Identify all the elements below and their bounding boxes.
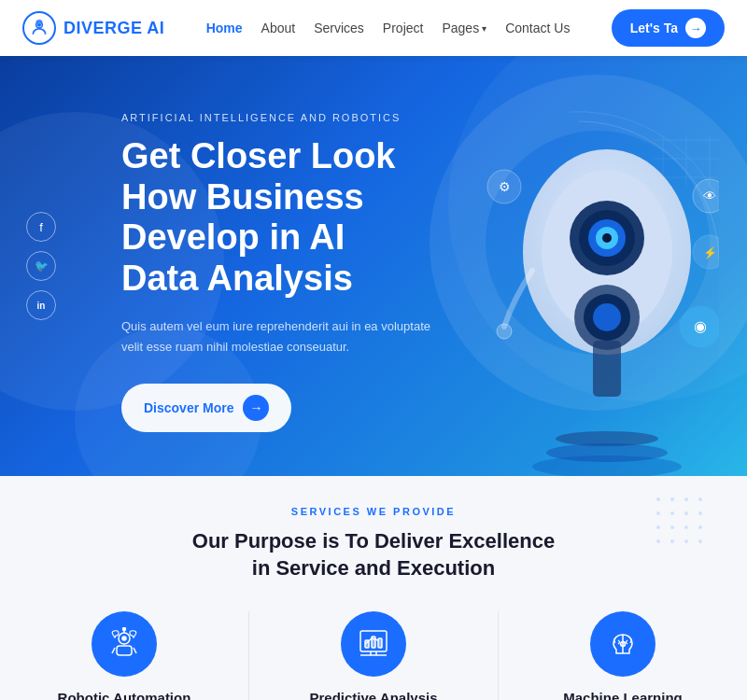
logo[interactable]: DIVERGE AI bbox=[22, 11, 164, 45]
machine-learning-icon bbox=[590, 611, 655, 677]
svg-point-36 bbox=[656, 511, 660, 515]
svg-point-37 bbox=[670, 511, 674, 515]
svg-point-42 bbox=[684, 525, 688, 529]
services-label: SERVICES WE PROVIDE bbox=[291, 506, 456, 517]
nav-link-project[interactable]: Project bbox=[383, 21, 424, 35]
svg-point-44 bbox=[656, 539, 660, 543]
service-name-predictive: Predictive Analysis bbox=[309, 690, 437, 700]
nav-link-services[interactable]: Services bbox=[314, 21, 364, 35]
nav-link-home[interactable]: Home bbox=[206, 21, 243, 35]
svg-point-40 bbox=[656, 525, 660, 529]
svg-point-39 bbox=[698, 511, 702, 515]
svg-text:◉: ◉ bbox=[694, 318, 707, 334]
svg-line-50 bbox=[112, 648, 115, 653]
svg-point-25 bbox=[546, 443, 668, 462]
service-name-robotic: Robotic Automation bbox=[58, 690, 191, 700]
nav-link-about[interactable]: About bbox=[261, 21, 296, 35]
hero-section: f 🐦 in ARTIFICIAL INTELLIGENCE AND ROBOT… bbox=[0, 56, 747, 476]
svg-point-52 bbox=[122, 637, 126, 640]
svg-point-46 bbox=[684, 539, 688, 543]
service-card-ml: Machine Learning bbox=[499, 611, 747, 700]
twitter-icon[interactable]: 🐦 bbox=[26, 251, 56, 281]
svg-rect-49 bbox=[117, 646, 132, 655]
svg-text:⚙: ⚙ bbox=[499, 179, 511, 194]
facebook-icon[interactable]: f bbox=[26, 212, 56, 242]
logo-icon bbox=[22, 11, 56, 45]
svg-point-35 bbox=[698, 497, 702, 501]
button-arrow-icon: → bbox=[243, 395, 269, 421]
svg-point-12 bbox=[593, 303, 621, 331]
service-card-robotic: Robotic Automation bbox=[0, 611, 249, 700]
cta-button[interactable]: Let's Ta → bbox=[612, 9, 725, 47]
svg-text:⚡: ⚡ bbox=[703, 245, 717, 259]
svg-point-43 bbox=[698, 525, 702, 529]
linkedin-icon[interactable]: in bbox=[26, 290, 56, 320]
svg-point-47 bbox=[698, 539, 702, 543]
svg-point-41 bbox=[670, 525, 674, 529]
services-cards: Robotic Automation Predictive Analys bbox=[0, 611, 747, 700]
service-name-ml: Machine Learning bbox=[563, 690, 683, 700]
robot-illustration: ⚙ 👁 ◉ ⚡ bbox=[392, 65, 719, 476]
svg-point-33 bbox=[670, 497, 674, 501]
logo-text: DIVERGE AI bbox=[63, 19, 164, 38]
cta-arrow-icon: → bbox=[685, 18, 706, 38]
svg-line-51 bbox=[134, 648, 136, 653]
navbar: DIVERGE AI Home About Services Project P… bbox=[0, 0, 747, 56]
svg-point-9 bbox=[602, 233, 612, 243]
svg-point-22 bbox=[497, 324, 512, 339]
nav-link-pages[interactable]: Pages ▾ bbox=[442, 21, 486, 35]
discover-more-button[interactable]: Discover More → bbox=[121, 384, 291, 432]
dropdown-arrow-icon: ▾ bbox=[482, 23, 486, 34]
robotic-automation-icon bbox=[92, 611, 157, 677]
svg-point-45 bbox=[670, 539, 674, 543]
svg-point-1 bbox=[38, 23, 41, 26]
svg-text:👁: 👁 bbox=[703, 189, 716, 203]
services-title: Our Purpose is To Deliver Excellencein S… bbox=[192, 528, 555, 581]
hero-robot-image: ⚙ 👁 ◉ ⚡ bbox=[374, 56, 747, 476]
svg-rect-13 bbox=[593, 341, 621, 397]
dots-decoration bbox=[654, 495, 728, 569]
svg-point-34 bbox=[684, 497, 688, 501]
nav-link-contact[interactable]: Contact Us bbox=[505, 21, 570, 35]
svg-point-32 bbox=[656, 497, 660, 501]
services-section: SERVICES WE PROVIDE Our Purpose is To De… bbox=[0, 476, 747, 700]
svg-point-63 bbox=[621, 642, 626, 647]
svg-rect-61 bbox=[378, 638, 382, 648]
service-card-predictive: Predictive Analysis bbox=[249, 611, 499, 700]
svg-point-54 bbox=[123, 628, 126, 631]
svg-point-38 bbox=[684, 511, 688, 515]
social-sidebar: f 🐦 in bbox=[26, 212, 56, 320]
nav-links: Home About Services Project Pages ▾ Cont… bbox=[206, 21, 571, 35]
predictive-analysis-icon bbox=[341, 611, 406, 677]
